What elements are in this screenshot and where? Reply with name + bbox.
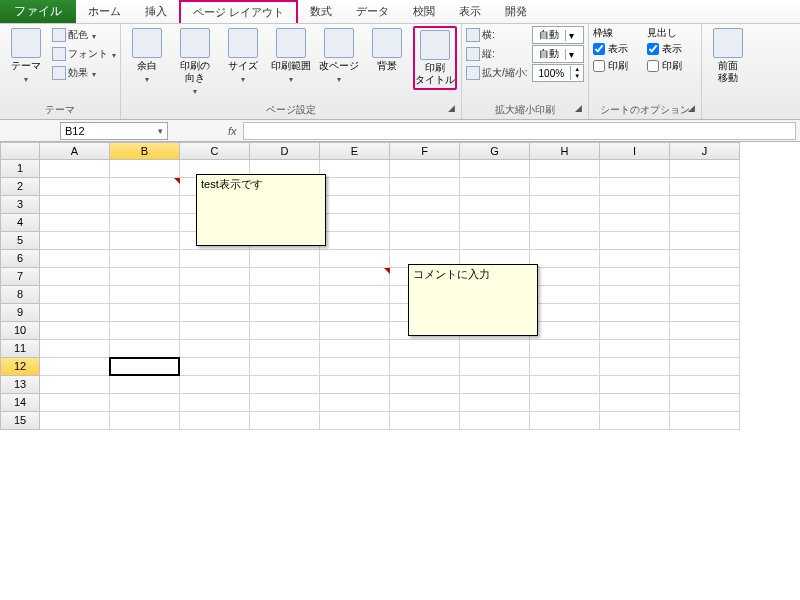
cell[interactable]	[390, 232, 460, 250]
cell[interactable]	[530, 358, 600, 376]
fonts-button[interactable]: フォント	[52, 45, 116, 63]
row-header[interactable]: 10	[0, 322, 40, 340]
cell[interactable]	[460, 160, 530, 178]
col-header[interactable]: J	[670, 142, 740, 160]
cell[interactable]	[670, 286, 740, 304]
cell[interactable]	[670, 304, 740, 322]
cell[interactable]	[460, 178, 530, 196]
cell[interactable]	[670, 394, 740, 412]
cell[interactable]	[390, 358, 460, 376]
cell[interactable]	[600, 340, 670, 358]
cell[interactable]	[40, 376, 110, 394]
comment-box[interactable]: コメントに入力	[408, 264, 538, 336]
cell[interactable]	[600, 358, 670, 376]
cell[interactable]	[320, 412, 390, 430]
cell[interactable]	[110, 250, 180, 268]
cell[interactable]	[460, 232, 530, 250]
cell[interactable]	[460, 214, 530, 232]
spin-down[interactable]: ▼	[571, 73, 583, 80]
col-header[interactable]: C	[180, 142, 250, 160]
cell[interactable]	[530, 394, 600, 412]
cell[interactable]	[320, 232, 390, 250]
cell[interactable]	[110, 394, 180, 412]
bring-front-button[interactable]: 前面 移動	[706, 26, 750, 86]
cell[interactable]	[250, 286, 320, 304]
cell[interactable]	[460, 340, 530, 358]
cell[interactable]	[110, 322, 180, 340]
file-tab[interactable]: ファイル	[0, 0, 76, 23]
cell[interactable]	[530, 196, 600, 214]
col-header[interactable]: G	[460, 142, 530, 160]
cell[interactable]	[180, 358, 250, 376]
cell[interactable]	[250, 250, 320, 268]
cell[interactable]	[320, 214, 390, 232]
cell[interactable]	[670, 322, 740, 340]
cell[interactable]	[320, 286, 390, 304]
cell[interactable]	[250, 268, 320, 286]
cell[interactable]	[250, 304, 320, 322]
height-combo[interactable]: 自動▾	[532, 45, 585, 63]
cell[interactable]	[40, 250, 110, 268]
chevron-down-icon[interactable]: ▾	[158, 126, 163, 136]
comment-indicator[interactable]	[174, 178, 180, 184]
cell[interactable]	[530, 160, 600, 178]
row-header[interactable]: 6	[0, 250, 40, 268]
row-header[interactable]: 13	[0, 376, 40, 394]
cell[interactable]	[110, 196, 180, 214]
dialog-launcher-icon[interactable]: ◢	[575, 103, 582, 113]
cell[interactable]	[600, 412, 670, 430]
cell[interactable]	[460, 358, 530, 376]
cell[interactable]	[530, 322, 600, 340]
row-header[interactable]: 9	[0, 304, 40, 322]
cell[interactable]	[180, 250, 250, 268]
cell[interactable]	[670, 376, 740, 394]
cell[interactable]	[320, 394, 390, 412]
row-header[interactable]: 14	[0, 394, 40, 412]
cell[interactable]	[320, 160, 390, 178]
dialog-launcher-icon[interactable]: ◢	[448, 103, 455, 113]
cell[interactable]	[530, 412, 600, 430]
cell[interactable]	[600, 376, 670, 394]
row-header[interactable]: 15	[0, 412, 40, 430]
cell[interactable]	[670, 214, 740, 232]
cell[interactable]	[600, 214, 670, 232]
cell[interactable]	[320, 250, 390, 268]
cell[interactable]	[670, 178, 740, 196]
cell[interactable]	[600, 304, 670, 322]
gridlines-print-checkbox[interactable]: 印刷	[593, 58, 643, 74]
background-button[interactable]: 背景	[365, 26, 409, 74]
select-all-corner[interactable]	[0, 142, 40, 160]
chevron-down-icon[interactable]: ▾	[565, 49, 577, 60]
effects-button[interactable]: 効果	[52, 64, 116, 82]
cell[interactable]	[530, 268, 600, 286]
cell[interactable]	[600, 178, 670, 196]
cell[interactable]	[530, 232, 600, 250]
cell[interactable]	[460, 412, 530, 430]
cell[interactable]	[600, 196, 670, 214]
cell[interactable]	[110, 358, 180, 376]
cell[interactable]	[670, 358, 740, 376]
cell[interactable]	[600, 232, 670, 250]
scale-spinner[interactable]: 100%▲▼	[532, 64, 585, 82]
cell[interactable]	[320, 376, 390, 394]
cell[interactable]	[110, 160, 180, 178]
cell[interactable]	[320, 178, 390, 196]
margins-button[interactable]: 余白	[125, 26, 169, 86]
cell[interactable]	[250, 412, 320, 430]
cell[interactable]	[250, 376, 320, 394]
row-header[interactable]: 5	[0, 232, 40, 250]
cell[interactable]	[40, 322, 110, 340]
cell[interactable]	[670, 412, 740, 430]
col-header[interactable]: F	[390, 142, 460, 160]
cell[interactable]	[110, 376, 180, 394]
print-area-button[interactable]: 印刷範囲	[269, 26, 313, 86]
cell[interactable]	[180, 412, 250, 430]
row-header[interactable]: 2	[0, 178, 40, 196]
formula-input[interactable]	[243, 122, 796, 140]
cell[interactable]	[110, 232, 180, 250]
headings-view-checkbox[interactable]: 表示	[647, 41, 697, 57]
orientation-button[interactable]: 印刷の 向き	[173, 26, 217, 98]
row-header[interactable]: 1	[0, 160, 40, 178]
cell[interactable]	[320, 322, 390, 340]
cell[interactable]	[460, 376, 530, 394]
